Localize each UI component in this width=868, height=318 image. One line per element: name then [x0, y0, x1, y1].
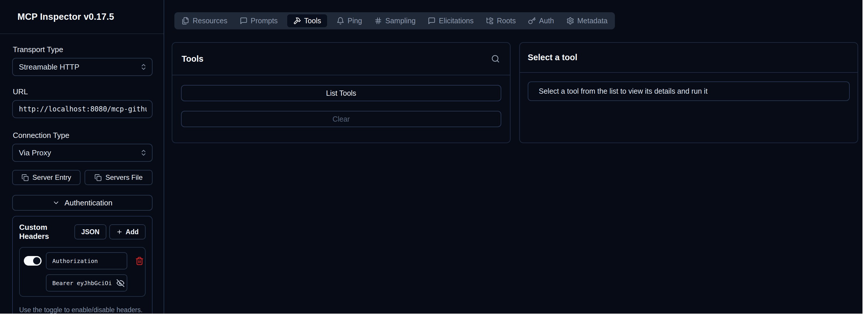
empty-state-message: Select a tool from the list to view its … — [528, 82, 850, 101]
authentication-expander[interactable]: Authentication — [12, 195, 153, 211]
tab-metadata[interactable]: Metadata — [566, 17, 608, 25]
custom-headers-title: Custom Headers — [19, 223, 74, 241]
detail-panel-body: Select a tool from the list to view its … — [520, 73, 858, 110]
hammer-icon — [293, 17, 301, 25]
custom-headers-card: Custom Headers JSON Add — [12, 216, 153, 314]
servers-file-label: Servers File — [105, 173, 143, 181]
eye-off-icon — [116, 279, 125, 287]
server-entry-label: Server Entry — [33, 173, 71, 181]
tab-label: Elicitations — [439, 17, 474, 25]
add-header-label: Add — [126, 228, 138, 236]
gear-icon — [566, 17, 574, 25]
header-name-input[interactable] — [46, 252, 127, 269]
screenshot-root: MCP Inspector v0.17.5 Transport Type Str… — [0, 0, 868, 318]
tools-panel-title: Tools — [182, 54, 204, 64]
header-fields — [46, 252, 127, 291]
tab-label: Prompts — [251, 17, 278, 25]
tab-label: Tools — [304, 17, 321, 25]
chevrons-up-down-icon — [140, 149, 147, 156]
header-value-input[interactable] — [46, 274, 127, 291]
app-title: MCP Inspector v0.17.5 — [18, 12, 114, 22]
connection-type-value: Via Proxy — [19, 148, 51, 157]
tab-auth[interactable]: Auth — [528, 17, 554, 25]
tab-sampling[interactable]: Sampling — [374, 17, 415, 25]
tools-list-panel: Tools List Tools Clear — [172, 42, 510, 143]
plus-icon — [116, 229, 123, 235]
chevrons-up-down-icon — [140, 63, 147, 71]
bell-icon — [337, 17, 344, 25]
copy-icon — [94, 174, 102, 181]
hash-icon — [374, 17, 382, 25]
copy-icon — [22, 174, 29, 181]
sidebar-content: Transport Type Streamable HTTP URL Conne… — [0, 34, 164, 314]
json-mode-button[interactable]: JSON — [74, 224, 107, 239]
search-tools-button[interactable] — [491, 54, 500, 63]
tools-panel-body: List Tools Clear — [172, 75, 510, 137]
tab-tools[interactable]: Tools — [287, 14, 327, 27]
transport-type-value: Streamable HTTP — [19, 62, 79, 71]
tool-detail-panel: Select a tool Select a tool from the lis… — [519, 42, 858, 143]
tab-prompts[interactable]: Prompts — [240, 17, 278, 25]
key-icon — [528, 17, 536, 25]
sidebar-header: MCP Inspector v0.17.5 — [0, 0, 164, 34]
search-icon — [491, 54, 500, 63]
copy-buttons-row: Server Entry Servers File — [12, 170, 153, 185]
add-header-button[interactable]: Add — [109, 224, 146, 239]
custom-headers-helper-text: Use the toggle to enable/disable headers… — [19, 306, 146, 314]
chevron-down-icon — [52, 199, 60, 207]
servers-file-button[interactable]: Servers File — [85, 170, 153, 185]
folder-tree-icon — [486, 17, 494, 25]
files-icon — [182, 17, 189, 25]
tab-label: Metadata — [578, 17, 608, 25]
tools-panel-header: Tools — [172, 43, 510, 75]
tab-label: Auth — [539, 17, 554, 25]
mcp-inspector-app: MCP Inspector v0.17.5 Transport Type Str… — [0, 0, 863, 314]
message-square-icon — [240, 17, 248, 25]
connection-type-label: Connection Type — [13, 131, 153, 140]
url-input[interactable] — [12, 100, 153, 118]
header-row — [19, 247, 146, 297]
toggle-knob — [33, 257, 40, 264]
tab-label: Sampling — [385, 17, 415, 25]
tab-elicitations[interactable]: Elicitations — [428, 17, 474, 25]
trash-icon — [135, 257, 144, 265]
transport-type-label: Transport Type — [13, 45, 153, 54]
url-label: URL — [13, 87, 153, 96]
message-square-icon — [428, 17, 436, 25]
connection-type-select[interactable]: Via Proxy — [12, 144, 153, 162]
tab-resources[interactable]: Resources — [182, 17, 227, 25]
authentication-label: Authentication — [64, 198, 113, 207]
list-tools-button[interactable]: List Tools — [181, 85, 501, 101]
tab-label: Roots — [497, 17, 516, 25]
server-entry-button[interactable]: Server Entry — [12, 170, 81, 185]
detail-panel-title: Select a tool — [528, 53, 578, 62]
tab-label: Ping — [347, 17, 362, 25]
tab-ping[interactable]: Ping — [337, 17, 362, 25]
sidebar: MCP Inspector v0.17.5 Transport Type Str… — [0, 0, 164, 314]
tab-label: Resources — [193, 17, 227, 25]
toggle-value-visibility-button[interactable] — [116, 279, 125, 287]
custom-headers-toolbar: Custom Headers JSON Add — [19, 223, 146, 241]
detail-panel-header: Select a tool — [520, 43, 858, 73]
delete-header-button[interactable] — [135, 256, 144, 266]
top-nav-tabs: Resources Prompts Tools Ping Sampling El… — [174, 12, 615, 29]
header-enabled-toggle[interactable] — [24, 256, 41, 266]
transport-type-select[interactable]: Streamable HTTP — [12, 58, 153, 76]
tab-roots[interactable]: Roots — [486, 17, 516, 25]
clear-tools-button[interactable]: Clear — [181, 111, 501, 127]
